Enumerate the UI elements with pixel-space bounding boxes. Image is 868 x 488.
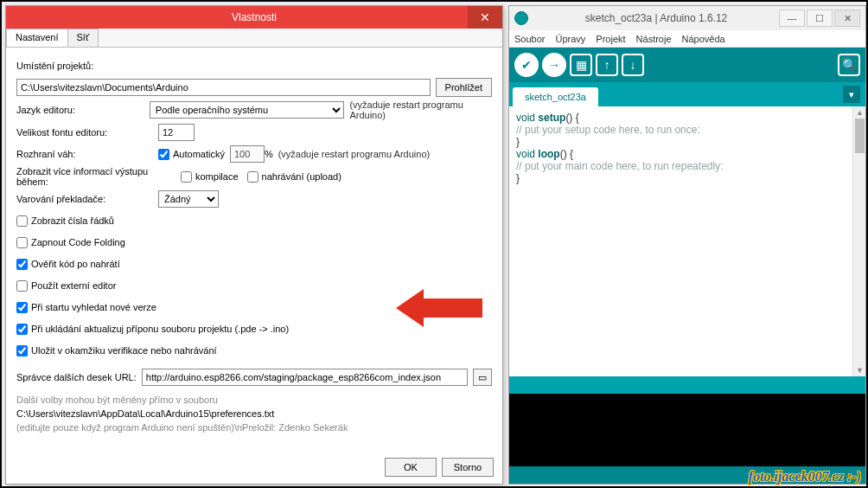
ide-menubar: Soubor Úpravy Projekt Nástroje Nápověda [509, 30, 865, 48]
fn-loop: loop [538, 148, 559, 160]
arrow-down-icon: ↓ [630, 58, 636, 72]
menu-help[interactable]: Nápověda [682, 34, 725, 44]
prefs-path: C:\Users\vitezslavn\AppData\Local\Arduin… [16, 408, 492, 419]
linenumbers-label: Zobrazit čísla řádků [31, 215, 114, 226]
sketch-location-label: Umístění projektů: [16, 61, 158, 71]
code-brace2: } [516, 172, 858, 184]
scroll-up-icon: ▲ [853, 106, 865, 119]
save-button[interactable]: ↓ [622, 54, 644, 76]
editor-lang-select[interactable]: Podle operačního systému [150, 101, 345, 119]
code-l6c: () { [560, 148, 573, 160]
code-l1c: () { [565, 112, 578, 124]
boards-url-label: Správce dalších desek URL: [16, 372, 137, 382]
check-icon: ✔ [521, 58, 532, 72]
ide-status-bar [509, 376, 865, 394]
pref-close-button[interactable]: ✕ [468, 6, 502, 29]
watermark: foto.ijacek007.cz :-) [749, 469, 861, 485]
updateext-label: Při ukládání aktualizuj příponu souboru … [31, 324, 289, 334]
close-icon: ✕ [480, 10, 490, 24]
ide-console [509, 394, 865, 466]
codefold-label: Zapnout Code Folding [31, 237, 125, 247]
font-size-input[interactable] [158, 124, 195, 141]
sketch-tab[interactable]: sketch_oct23a [513, 87, 598, 106]
window-icon: ▭ [478, 372, 487, 383]
scale-value-input[interactable] [230, 145, 265, 163]
menu-file[interactable]: Soubor [514, 34, 545, 44]
warnings-label: Varování překladače: [16, 194, 158, 204]
ide-titlebar: sketch_oct23a | Arduino 1.6.12 — ☐ ✕ [509, 6, 865, 30]
checkupdates-label: Při startu vyhledat nové verze [31, 302, 156, 312]
kw-void2: void [516, 148, 535, 160]
browse-button[interactable]: Prohlížet [436, 78, 492, 97]
cancel-button[interactable]: Storno [442, 458, 494, 477]
verbose-compile-label: kompilace [195, 171, 239, 182]
code-comment1: // put your setup code here, to run once… [516, 124, 858, 136]
scroll-thumb[interactable] [855, 119, 865, 153]
verbose-compile-checkbox[interactable] [181, 171, 192, 183]
verifyupload-label: Ověřit kód po nahrátí [31, 259, 120, 269]
verbose-upload-label: nahrávání (upload) [262, 171, 341, 182]
arrow-up-icon: ↑ [604, 58, 610, 72]
font-size-label: Velikost fontu editoru: [16, 127, 158, 138]
pref-body: Umístění projektů: Prohlížet Jazyk edito… [6, 48, 502, 438]
editor-scrollbar[interactable]: ▲ ▼ [852, 106, 865, 376]
externaleditor-label: Použít externí editor [31, 280, 116, 291]
tab-settings[interactable]: Nastavení [6, 29, 68, 47]
preferences-dialog: Vlastnosti ✕ Nastavení Síť Umístění proj… [5, 5, 503, 485]
sketch-location-input[interactable] [16, 79, 431, 96]
ok-button[interactable]: OK [385, 458, 437, 477]
scale-restart-note: (vyžaduje restart programu Arduino) [278, 149, 430, 159]
fn-setup: setup [538, 112, 565, 124]
code-brace1: } [516, 136, 858, 148]
codefold-checkbox[interactable] [16, 237, 28, 248]
minimize-button[interactable]: — [779, 10, 805, 27]
ide-title: sketch_oct23a | Arduino 1.6.12 [535, 12, 777, 24]
menu-tools[interactable]: Nástroje [636, 34, 672, 44]
maximize-button[interactable]: ☐ [807, 10, 833, 27]
maximize-icon: ☐ [815, 13, 824, 24]
upload-button[interactable]: → [542, 53, 566, 77]
magnify-icon: 🔍 [842, 58, 857, 72]
ide-toolbar: ✔ → ▦ ↑ ↓ 🔍 [509, 48, 865, 82]
verifyupload-checkbox[interactable] [16, 259, 28, 270]
close-icon: ✕ [844, 13, 852, 24]
pref-title: Vlastnosti [232, 11, 277, 23]
checkupdates-checkbox[interactable] [16, 302, 28, 313]
open-button[interactable]: ↑ [596, 54, 618, 76]
boards-url-input[interactable] [142, 369, 468, 386]
pref-tabs: Nastavení Síť [6, 29, 502, 48]
scale-label: Rozhraní váh: [16, 149, 158, 159]
scale-auto-checkbox[interactable] [158, 149, 169, 160]
minimize-icon: — [788, 13, 797, 23]
tab-menu-button[interactable]: ▾ [843, 86, 860, 103]
ide-close-button[interactable]: ✕ [834, 10, 860, 27]
menu-edit[interactable]: Úpravy [555, 34, 585, 44]
tab-network[interactable]: Síť [67, 29, 99, 47]
new-button[interactable]: ▦ [570, 54, 592, 76]
editor-lang-label: Jazyk editoru: [16, 105, 150, 115]
updateext-checkbox[interactable] [16, 324, 28, 335]
scroll-down-icon: ▼ [853, 364, 865, 376]
ide-tabbar: sketch_oct23a ▾ [509, 82, 865, 106]
lang-restart-note: (vyžaduje restart programu Arduino) [349, 100, 492, 120]
arduino-logo-icon [514, 11, 528, 25]
scale-pct: % [265, 149, 273, 159]
verbose-upload-checkbox[interactable] [247, 171, 258, 183]
pref-buttons: OK Storno [380, 458, 494, 477]
boards-url-expand-button[interactable]: ▭ [473, 369, 492, 386]
warnings-select[interactable]: Žádný [158, 190, 219, 208]
verify-button[interactable]: ✔ [514, 53, 539, 77]
edit-note: (editujte pouze když program Arduino nen… [16, 422, 492, 433]
more-prefs-note: Další volby mohou být měněny přímo v sou… [16, 395, 492, 405]
pref-titlebar: Vlastnosti ✕ [6, 6, 502, 29]
serial-monitor-button[interactable]: 🔍 [838, 54, 860, 76]
code-editor[interactable]: void setup() { // put your setup code he… [509, 106, 865, 376]
saveonverify-checkbox[interactable] [16, 345, 28, 356]
arduino-ide-window: sketch_oct23a | Arduino 1.6.12 — ☐ ✕ Sou… [508, 5, 866, 485]
new-file-icon: ▦ [576, 58, 587, 72]
menu-sketch[interactable]: Projekt [596, 34, 625, 44]
scale-auto-label: Automatický [173, 149, 225, 159]
kw-void1: void [516, 112, 535, 124]
linenumbers-checkbox[interactable] [16, 215, 28, 227]
externaleditor-checkbox[interactable] [16, 280, 28, 292]
